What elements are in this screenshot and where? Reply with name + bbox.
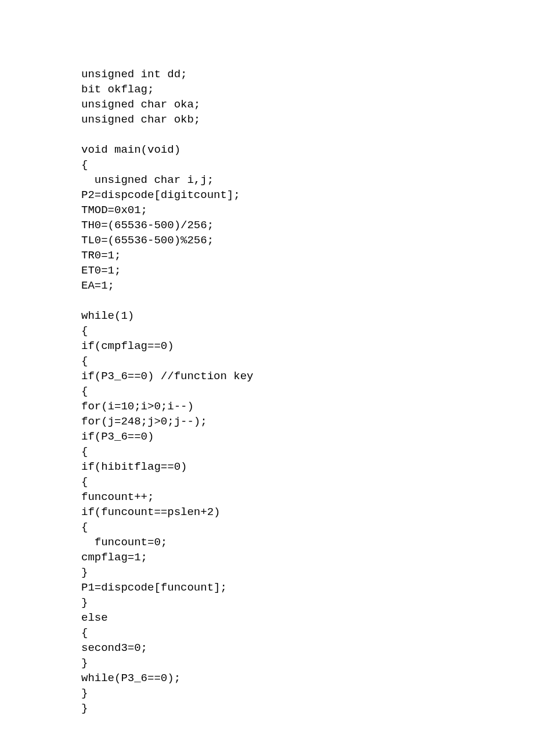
code-line: if(funcount==pslen+2) [81,506,220,519]
code-line: unsigned int dd; [81,68,187,81]
code-line: if(cmpflag==0) [81,340,174,352]
code-line: { [81,325,88,337]
code-line: { [81,476,88,488]
code-line: bit okflag; [81,83,154,96]
code-line: void main(void) [81,143,181,156]
code-line: { [81,521,88,534]
code-block: unsigned int dd; bit okflag; unsigned ch… [0,0,534,716]
code-line: second3=0; [81,642,147,654]
code-line: for(i=10;i>0;i--) [81,400,194,413]
code-line: { [81,445,88,458]
code-line: { [81,627,88,639]
code-line: } [81,702,88,715]
code-line: cmpflag=1; [81,551,147,564]
code-line: EA=1; [81,279,114,292]
code-line: { [81,355,88,368]
code-line: TMOD=0x01; [81,204,147,217]
code-line: } [81,657,88,669]
code-line: if(P3_6==0) //function key [81,370,253,383]
code-line: TH0=(65536-500)/256; [81,219,214,232]
code-line: else [81,611,108,624]
code-line: if(hibitflag==0) [81,460,187,473]
code-line: if(P3_6==0) [81,430,154,443]
code-line: } [81,596,88,609]
code-line: unsigned char oka; [81,98,200,111]
code-line: TR0=1; [81,249,121,262]
code-line: while(1) [81,309,134,322]
code-line: P1=dispcode[funcount]; [81,581,227,594]
code-line: P2=dispcode[digitcount]; [81,189,240,201]
code-line: ET0=1; [81,264,121,277]
code-line: { [81,385,88,398]
code-line: funcount=0; [81,536,167,549]
code-line: { [81,159,88,171]
code-line: TL0=(65536-500)%256; [81,234,214,247]
code-line: unsigned char i,j; [81,174,214,186]
code-line: for(j=248;j>0;j--); [81,415,207,428]
code-line: funcount++; [81,491,154,503]
code-line: } [81,687,88,700]
code-line: } [81,566,88,579]
code-line: unsigned char okb; [81,113,200,126]
code-line: while(P3_6==0); [81,672,181,685]
